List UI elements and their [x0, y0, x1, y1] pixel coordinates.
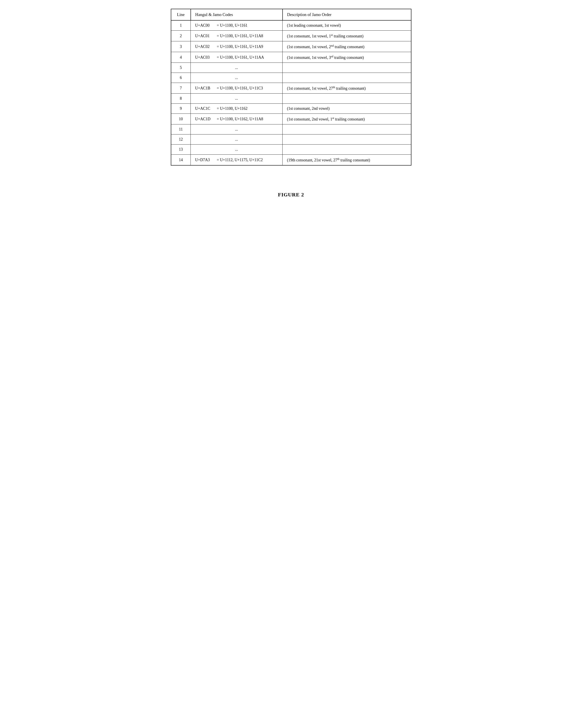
hangul-table: Line Hangul & Jamo Codes Description of … — [171, 9, 411, 165]
table-row-hangul-5: ... — [191, 73, 283, 83]
hangul-equals-0: = U+1100, U+1161 — [215, 23, 248, 28]
table-row-line-7: 8 — [171, 94, 191, 104]
table-row-line-3: 4 — [171, 52, 191, 63]
hangul-code-2: U+AC02 — [195, 44, 215, 49]
hangul-code-1: U+AC01 — [195, 34, 215, 38]
table-row-desc-4 — [283, 63, 411, 73]
table-row-line-6: 7 — [171, 83, 191, 94]
table-row-hangul-11: ... — [191, 134, 283, 145]
table-row-line-9: 10 — [171, 114, 191, 125]
table-row-line-5: 6 — [171, 73, 191, 83]
table-row-desc-9: (1st consonant, 2nd vowel, 1st trailing … — [283, 114, 411, 125]
table-row-desc-3: (1st consonant, 1st vowel, 3rd trailing … — [283, 52, 411, 63]
hangul-equals-13: = U+1112, U+1175, U+11C2 — [215, 158, 263, 162]
table-row-hangul-3: U+AC03 = U+1100, U+1161, U+11AA — [191, 52, 283, 63]
hangul-code-9: U+AC1D — [195, 117, 215, 121]
header-line: Line — [171, 9, 191, 20]
table-row-line-10: 11 — [171, 125, 191, 134]
hangul-equals-2: = U+1100, U+1161, U+11A9 — [215, 44, 263, 49]
table-row-line-11: 12 — [171, 134, 191, 145]
table-row-line-12: 13 — [171, 145, 191, 155]
table-row-line-8: 9 — [171, 104, 191, 114]
table-row-desc-11 — [283, 134, 411, 145]
table-row-desc-7 — [283, 94, 411, 104]
hangul-equals-6: = U+1100, U+1161, U+11C3 — [215, 86, 263, 90]
hangul-code-0: U+AC00 — [195, 23, 215, 28]
table-row-desc-0: (1st leading consonant, 1st vowel) — [283, 20, 411, 31]
table-row-hangul-9: U+AC1D = U+1100, U+1162, U+11A8 — [191, 114, 283, 125]
table-row-line-4: 5 — [171, 63, 191, 73]
table-row-desc-5 — [283, 73, 411, 83]
table-row-hangul-8: U+AC1C = U+1100, U+1162 — [191, 104, 283, 114]
header-description: Description of Jamo Order — [283, 9, 411, 20]
table-row-hangul-4: ... — [191, 63, 283, 73]
table-row-hangul-7: ... — [191, 94, 283, 104]
main-table-wrapper: Line Hangul & Jamo Codes Description of … — [171, 9, 411, 165]
figure-label: FIGURE 2 — [278, 192, 304, 198]
table-row-desc-8: (1st consonant, 2nd vowel) — [283, 104, 411, 114]
table-row-line-0: 1 — [171, 20, 191, 31]
hangul-equals-9: = U+1100, U+1162, U+11A8 — [215, 117, 263, 121]
table-row-hangul-0: U+AC00 = U+1100, U+1161 — [191, 20, 283, 31]
table-row-line-1: 2 — [171, 31, 191, 41]
hangul-equals-8: = U+1100, U+1162 — [215, 106, 248, 111]
hangul-equals-3: = U+1100, U+1161, U+11AA — [215, 55, 264, 59]
table-row-hangul-10: ... — [191, 125, 283, 134]
table-row-line-2: 3 — [171, 41, 191, 52]
header-hangul: Hangul & Jamo Codes — [191, 9, 283, 20]
hangul-code-13: U+D7A3 — [195, 158, 215, 162]
table-row-hangul-6: U+AC1B = U+1100, U+1161, U+11C3 — [191, 83, 283, 94]
table-row-hangul-13: U+D7A3 = U+1112, U+1175, U+11C2 — [191, 155, 283, 165]
table-row-hangul-12: ... — [191, 145, 283, 155]
hangul-code-3: U+AC03 — [195, 55, 215, 60]
hangul-code-6: U+AC1B — [195, 86, 215, 90]
hangul-code-8: U+AC1C — [195, 106, 215, 111]
table-row-desc-6: (1st consonant, 1st vowel, 27th trailing… — [283, 83, 411, 94]
table-row-desc-2: (1st consonant, 1st vowel, 2nd trailing … — [283, 41, 411, 52]
hangul-equals-1: = U+1100, U+1161, U+11A8 — [215, 34, 263, 38]
table-row-line-13: 14 — [171, 155, 191, 165]
table-row-desc-10 — [283, 125, 411, 134]
table-row-desc-12 — [283, 145, 411, 155]
table-row-hangul-2: U+AC02 = U+1100, U+1161, U+11A9 — [191, 41, 283, 52]
table-row-desc-13: (19th consonant, 21st vowel, 27th traili… — [283, 155, 411, 165]
table-row-hangul-1: U+AC01 = U+1100, U+1161, U+11A8 — [191, 31, 283, 41]
table-row-desc-1: (1st consonant, 1st vowel, 1st trailing … — [283, 31, 411, 41]
